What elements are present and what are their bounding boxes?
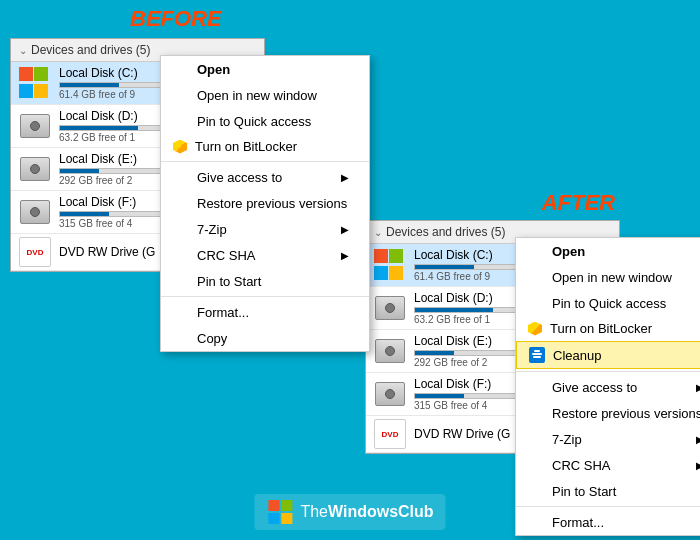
copy-icon xyxy=(173,330,189,346)
after-format-label: Format... xyxy=(552,515,604,530)
after-menu-open-new-window[interactable]: Open in new window xyxy=(516,264,700,290)
before-menu-bitlocker[interactable]: Turn on BitLocker xyxy=(161,134,369,159)
after-separator-1 xyxy=(516,371,700,372)
after-menu-give-access[interactable]: Give access to ▶ xyxy=(516,374,700,400)
drive-c-icon xyxy=(19,69,51,97)
watermark-text: TheWindowsClub xyxy=(300,503,433,521)
after-shield-icon xyxy=(528,322,542,336)
7zip-arrow: ▶ xyxy=(341,224,349,235)
drive-e-icon xyxy=(19,155,51,183)
after-pin-quick-icon xyxy=(528,295,544,311)
hdd-f-after-icon xyxy=(375,382,405,406)
hdd-f-icon xyxy=(20,200,50,224)
after-menu-restore[interactable]: Restore previous versions xyxy=(516,400,700,426)
before-context-menu: Open Open in new window Pin to Quick acc… xyxy=(160,55,370,352)
after-pin-start-label: Pin to Start xyxy=(552,484,616,499)
shield-icon xyxy=(173,140,187,154)
dvd-wrap-icon: DVD xyxy=(19,237,51,267)
give-access-icon xyxy=(173,169,189,185)
after-chevron-icon: ⌄ xyxy=(374,227,382,238)
after-give-access-label: Give access to xyxy=(552,380,637,395)
watermark: TheWindowsClub xyxy=(254,494,445,530)
before-devices-label: Devices and drives (5) xyxy=(31,43,150,57)
give-access-arrow: ▶ xyxy=(341,172,349,183)
after-label: AFTER xyxy=(542,190,615,216)
after-bitlocker-label: Turn on BitLocker xyxy=(550,321,652,336)
open-new-window-icon xyxy=(173,87,189,103)
before-menu-pin-quick[interactable]: Pin to Quick access xyxy=(161,108,369,134)
after-menu-open[interactable]: Open xyxy=(516,238,700,264)
after-7zip-arrow: ▶ xyxy=(696,434,700,445)
cleanup-icon xyxy=(529,347,545,363)
before-copy-label: Copy xyxy=(197,331,227,346)
dvd-wrap-after-icon: DVD xyxy=(374,419,406,449)
after-open-new-icon xyxy=(528,269,544,285)
svg-rect-4 xyxy=(281,500,292,511)
before-menu-copy[interactable]: Copy xyxy=(161,325,369,351)
svg-rect-0 xyxy=(532,353,542,355)
before-open-label: Open xyxy=(197,62,230,77)
hdd-icon xyxy=(20,114,50,138)
dvd-after-icon: DVD xyxy=(374,420,406,448)
after-crcsha-icon xyxy=(528,457,544,473)
drive-f-after-icon xyxy=(374,380,406,408)
windows-logo-after-icon xyxy=(374,249,406,281)
after-give-access-arrow: ▶ xyxy=(696,382,700,393)
format-icon xyxy=(173,304,189,320)
dvd-icon: DVD xyxy=(19,238,51,266)
after-menu-format[interactable]: Format... xyxy=(516,509,700,535)
after-pin-start-icon xyxy=(528,483,544,499)
drive-f-icon xyxy=(19,198,51,226)
before-7zip-label: 7-Zip xyxy=(197,222,227,237)
after-restore-label: Restore previous versions xyxy=(552,406,700,421)
after-7zip-icon xyxy=(528,431,544,447)
windows-logo-icon xyxy=(19,67,51,99)
after-give-access-icon xyxy=(528,379,544,395)
before-menu-pin-start[interactable]: Pin to Start xyxy=(161,268,369,294)
svg-rect-2 xyxy=(534,350,540,352)
pin-quick-icon xyxy=(173,113,189,129)
before-menu-open[interactable]: Open xyxy=(161,56,369,82)
before-separator-2 xyxy=(161,296,369,297)
hdd-e-after-icon xyxy=(375,339,405,363)
after-cleanup-label: Cleanup xyxy=(553,348,601,363)
before-pin-quick-label: Pin to Quick access xyxy=(197,114,311,129)
before-menu-open-new-window[interactable]: Open in new window xyxy=(161,82,369,108)
after-open-new-window-label: Open in new window xyxy=(552,270,672,285)
after-7zip-label: 7-Zip xyxy=(552,432,582,447)
drive-d-after-icon xyxy=(374,294,406,322)
before-open-new-window-label: Open in new window xyxy=(197,88,317,103)
hdd-d-after-icon xyxy=(375,296,405,320)
drive-e-after-icon xyxy=(374,337,406,365)
after-menu-bitlocker[interactable]: Turn on BitLocker xyxy=(516,316,700,341)
before-menu-give-access[interactable]: Give access to ▶ xyxy=(161,164,369,190)
before-menu-restore[interactable]: Restore previous versions xyxy=(161,190,369,216)
before-menu-format[interactable]: Format... xyxy=(161,299,369,325)
drive-c-after-icon xyxy=(374,251,406,279)
before-format-label: Format... xyxy=(197,305,249,320)
before-crcsha-label: CRC SHA xyxy=(197,248,256,263)
after-menu-pin-start[interactable]: Pin to Start xyxy=(516,478,700,504)
svg-rect-6 xyxy=(281,513,292,524)
after-open-label: Open xyxy=(552,244,585,259)
after-context-menu: Open Open in new window Pin to Quick acc… xyxy=(515,237,700,536)
svg-rect-3 xyxy=(268,500,279,511)
svg-rect-1 xyxy=(533,356,541,358)
after-menu-7zip[interactable]: 7-Zip ▶ xyxy=(516,426,700,452)
pin-start-icon xyxy=(173,273,189,289)
after-separator-2 xyxy=(516,506,700,507)
crcsha-icon xyxy=(173,247,189,263)
svg-rect-5 xyxy=(268,513,279,524)
before-separator-1 xyxy=(161,161,369,162)
after-open-icon xyxy=(528,243,544,259)
before-menu-7zip[interactable]: 7-Zip ▶ xyxy=(161,216,369,242)
before-pin-start-label: Pin to Start xyxy=(197,274,261,289)
after-menu-cleanup[interactable]: Cleanup xyxy=(516,341,700,369)
hdd-e-icon xyxy=(20,157,50,181)
after-menu-pin-quick[interactable]: Pin to Quick access xyxy=(516,290,700,316)
before-menu-crcsha[interactable]: CRC SHA ▶ xyxy=(161,242,369,268)
after-devices-label: Devices and drives (5) xyxy=(386,225,505,239)
chevron-icon: ⌄ xyxy=(19,45,27,56)
after-pin-quick-label: Pin to Quick access xyxy=(552,296,666,311)
after-menu-crcsha[interactable]: CRC SHA ▶ xyxy=(516,452,700,478)
